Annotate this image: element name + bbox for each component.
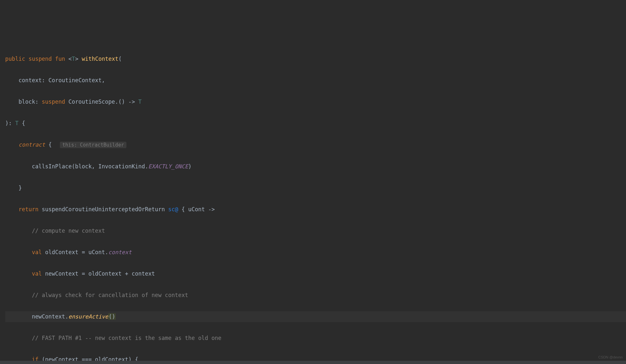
code-line: // compute new context: [5, 226, 626, 236]
comment: // FAST PATH #1 -- new context is the sa…: [32, 335, 221, 341]
cursor-position: (): [108, 313, 115, 320]
code-line-active: newContext.ensureActive(): [5, 311, 626, 322]
horizontal-scrollbar[interactable]: [0, 361, 626, 364]
code-line: ): T {: [5, 118, 626, 129]
keyword-fun: fun: [55, 56, 65, 62]
comment: // compute new context: [32, 228, 105, 234]
type-param: T: [72, 56, 75, 62]
method-call: ensureActive: [68, 313, 108, 320]
function-name: withContext: [82, 56, 119, 62]
keyword-suspend: suspend: [29, 56, 52, 62]
inline-hint: this: ContractBuilder: [60, 142, 127, 148]
code-line: }: [5, 183, 626, 193]
code-line: contract { this: ContractBuilder: [5, 139, 626, 150]
code-line: public suspend fun <T> withContext(: [5, 54, 626, 64]
code-line: val oldContext = uCont.context: [5, 247, 626, 258]
keyword-public: public: [5, 56, 25, 62]
label: sc@: [168, 206, 178, 213]
enum-value: EXACTLY_ONCE: [148, 163, 188, 170]
code-editor[interactable]: public suspend fun <T> withContext( cont…: [0, 43, 626, 364]
watermark-text: CSDN @devnn: [598, 352, 623, 363]
comment: // always check for cancellation of new …: [32, 292, 188, 298]
code-line: context: CoroutineContext,: [5, 75, 626, 86]
code-line: // always check for cancellation of new …: [5, 290, 626, 301]
code-line: return suspendCoroutineUninterceptedOrRe…: [5, 204, 626, 215]
code-line: val newContext = oldContext + context: [5, 268, 626, 279]
code-line: // FAST PATH #1 -- new context is the sa…: [5, 333, 626, 344]
code-line: block: suspend CoroutineScope.() -> T: [5, 97, 626, 107]
code-line: callsInPlace(block, InvocationKind.EXACT…: [5, 161, 626, 172]
